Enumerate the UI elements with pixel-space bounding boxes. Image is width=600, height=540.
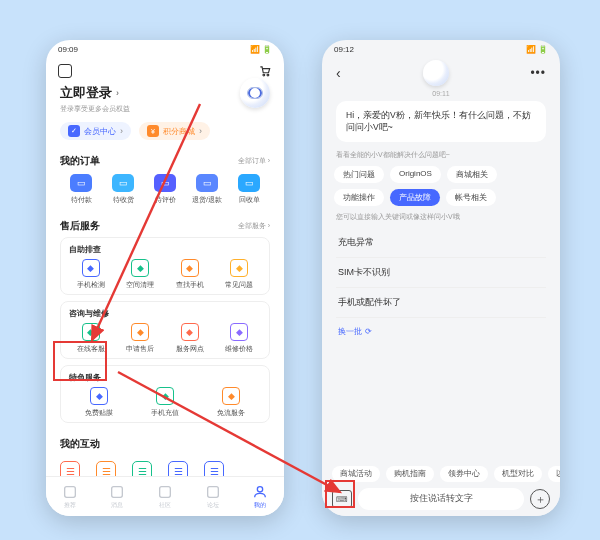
svg-line-7 — [92, 104, 200, 340]
svg-line-8 — [118, 372, 340, 492]
annotation-arrow-1 — [0, 0, 600, 540]
